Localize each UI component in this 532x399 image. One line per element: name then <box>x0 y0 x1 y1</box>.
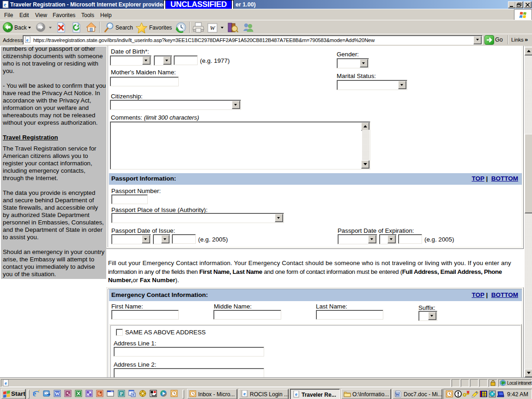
svg-text:e: e <box>26 37 29 42</box>
svg-text:W: W <box>395 392 399 397</box>
svg-text:e: e <box>33 390 36 397</box>
svg-text:W: W <box>55 391 60 396</box>
svg-text:e: e <box>243 391 246 396</box>
svg-text:P: P <box>120 391 123 396</box>
svg-text:e: e <box>4 1 6 8</box>
svg-text:W: W <box>210 24 216 31</box>
svg-text:e: e <box>5 380 7 386</box>
svg-text:e: e <box>295 391 297 397</box>
